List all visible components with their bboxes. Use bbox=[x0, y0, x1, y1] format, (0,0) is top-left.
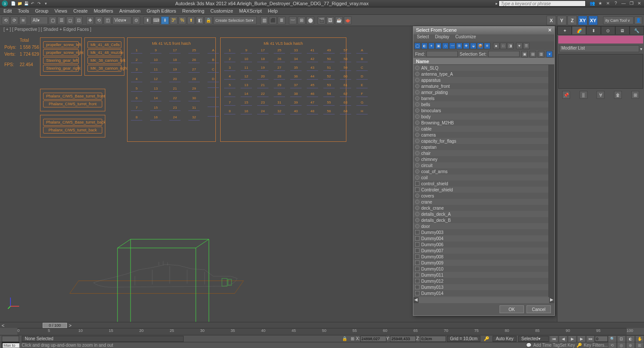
vls-cell[interactable]: 25 bbox=[188, 48, 200, 54]
curve-editor-icon[interactable]: 〰 bbox=[289, 17, 297, 24]
z-coord-input[interactable] bbox=[420, 336, 446, 342]
select-all-icon[interactable]: ■ bbox=[493, 43, 500, 49]
vls-cell[interactable]: 26 bbox=[188, 58, 200, 63]
keyboard-shortcut-icon[interactable]: ⌨ bbox=[152, 17, 160, 24]
menu-help[interactable]: Help bbox=[268, 8, 278, 13]
vls-cell[interactable]: 58 bbox=[340, 57, 351, 62]
axis-x-button[interactable]: X bbox=[547, 16, 556, 25]
menu-rendering[interactable]: Rendering bbox=[182, 8, 205, 13]
render-setup-icon[interactable]: 🎬 bbox=[318, 17, 325, 24]
vls-cell[interactable]: 9 bbox=[150, 48, 161, 54]
scene-item[interactable]: bells bbox=[413, 101, 548, 107]
vls-cell[interactable]: H bbox=[356, 109, 368, 114]
next-frame-icon[interactable]: ▶ bbox=[577, 335, 586, 342]
scene-item[interactable]: binoculars bbox=[413, 107, 548, 114]
infocenter-icon[interactable]: 👥 bbox=[589, 1, 595, 6]
menu-customize[interactable]: Customize bbox=[211, 8, 233, 13]
vls-cell[interactable]: 57 bbox=[340, 48, 351, 54]
nav-roll-icon[interactable]: ⊕ bbox=[626, 342, 635, 348]
vls-cell[interactable]: A bbox=[356, 48, 368, 54]
menu-maxscript[interactable]: MAXScript bbox=[239, 8, 262, 13]
selection-set-input[interactable] bbox=[488, 51, 520, 57]
goto-end-icon[interactable]: ⏭ bbox=[586, 335, 595, 342]
vls-cell[interactable]: 45 bbox=[307, 83, 318, 88]
utilities-tab-icon[interactable]: 🔧 bbox=[630, 26, 644, 35]
menu-tools[interactable]: Tools bbox=[18, 8, 29, 13]
vls-cell[interactable]: 2 bbox=[224, 57, 235, 62]
scene-item[interactable]: capacity_for_flags bbox=[413, 138, 548, 144]
scene-item[interactable]: chair bbox=[413, 150, 548, 156]
scene-item[interactable]: door bbox=[413, 223, 548, 229]
filter-xref-icon[interactable]: ✚ bbox=[463, 43, 470, 49]
vls-cell[interactable]: 4 bbox=[131, 77, 142, 82]
remove-mod-icon[interactable]: 🗑 bbox=[614, 91, 622, 99]
selected-dropdown[interactable]: Selected ▾ bbox=[518, 336, 549, 342]
vls-cell[interactable]: 53 bbox=[323, 83, 335, 88]
vls-cell[interactable]: 33 bbox=[290, 48, 302, 54]
qat-redo-icon[interactable]: ↷ bbox=[37, 1, 42, 6]
rig-button[interactable]: propeller_screw_right bbox=[43, 49, 79, 56]
selset-btn2[interactable]: ▤ bbox=[530, 51, 536, 57]
vls-cell[interactable]: 21 bbox=[257, 83, 268, 88]
vls-cell[interactable]: 15 bbox=[150, 106, 161, 111]
snap-toggle-icon[interactable]: ⬇ bbox=[161, 17, 169, 24]
scene-item[interactable]: apparatus bbox=[413, 77, 548, 83]
vls-cell[interactable]: 4 bbox=[224, 74, 235, 80]
rig-button[interactable]: Phalanx_CIWS_turret_back bbox=[43, 127, 102, 134]
dialog-menu-customize[interactable]: Customize bbox=[456, 34, 476, 41]
rig-button[interactable]: Mk_41_48_muzzle bbox=[87, 49, 121, 56]
dialog-menu-display[interactable]: Display bbox=[435, 34, 449, 41]
scene-item[interactable]: circuit bbox=[413, 162, 548, 168]
named-selection-dropdown[interactable]: Create Selection Set▾ bbox=[213, 17, 257, 24]
filter-frozen-icon[interactable]: ❄ bbox=[484, 43, 490, 49]
filter-container-icon[interactable]: 📦 bbox=[477, 43, 483, 49]
scene-item[interactable]: antenna_type_A bbox=[413, 71, 548, 77]
vls-cell[interactable]: 10 bbox=[241, 57, 252, 62]
scene-item[interactable]: Dummy010 bbox=[413, 266, 548, 272]
scene-item[interactable]: details_deck_A bbox=[413, 211, 548, 217]
edit-selection-icon[interactable]: ◧ bbox=[196, 17, 204, 24]
vls-cell[interactable]: 2 bbox=[131, 58, 142, 63]
vls-cell[interactable]: 17 bbox=[257, 48, 268, 54]
vls-cell[interactable]: 6 bbox=[131, 96, 142, 101]
rotate-icon[interactable]: ⟲ bbox=[95, 17, 103, 24]
scene-item[interactable]: Dummy007 bbox=[413, 248, 548, 254]
qat-undo-icon[interactable]: ↶ bbox=[30, 1, 35, 6]
axis-xy2-button[interactable]: XY bbox=[588, 16, 598, 25]
scene-item[interactable]: Dummy013 bbox=[413, 284, 548, 290]
vls-cell[interactable]: 16 bbox=[150, 115, 161, 120]
material-editor-icon[interactable]: ⬤ bbox=[306, 17, 314, 24]
scene-item[interactable]: coat_of_arms bbox=[413, 168, 548, 174]
vls-cell[interactable]: 41 bbox=[307, 48, 318, 54]
vls-cell[interactable]: 28 bbox=[188, 77, 200, 82]
vls-cell[interactable]: 19 bbox=[257, 66, 268, 71]
vls-cell[interactable]: 51 bbox=[323, 66, 335, 71]
vls-cell[interactable]: 36 bbox=[290, 74, 302, 80]
nav-zoom-icon[interactable]: 🔍 bbox=[608, 335, 617, 342]
menu-edit[interactable]: Edit bbox=[3, 8, 12, 13]
vls-cell[interactable]: 39 bbox=[290, 100, 302, 106]
motion-tab-icon[interactable]: ⊙ bbox=[601, 26, 615, 35]
schematic-icon[interactable]: ⊞ bbox=[298, 17, 305, 24]
nav-dolly-icon[interactable]: ◎ bbox=[617, 342, 626, 348]
vls-cell[interactable]: 14 bbox=[150, 96, 161, 101]
scene-item[interactable]: deck_crane bbox=[413, 205, 548, 211]
key-icon[interactable]: 🔑 bbox=[577, 343, 582, 348]
vls-cell[interactable]: 61 bbox=[340, 83, 351, 88]
vls-cell[interactable]: D bbox=[356, 74, 368, 80]
rig-button[interactable]: Steering_gear_left bbox=[43, 57, 79, 64]
vls-cell[interactable]: 40 bbox=[290, 109, 302, 114]
vls-cell[interactable]: D bbox=[208, 77, 219, 82]
configure-icon[interactable]: ⊞ bbox=[631, 91, 639, 99]
vls-cell[interactable]: C bbox=[356, 66, 368, 71]
add-time-tag[interactable]: Add Time Tag bbox=[533, 343, 560, 348]
vls-cell[interactable]: 8 bbox=[224, 109, 235, 114]
scene-item[interactable]: chimney bbox=[413, 156, 548, 162]
find-input[interactable] bbox=[426, 51, 458, 57]
create-tab-icon[interactable]: ✦ bbox=[557, 26, 572, 35]
vls-cell[interactable]: 15 bbox=[241, 100, 252, 106]
vls-cell[interactable]: 18 bbox=[169, 58, 181, 63]
vls-cell[interactable]: C bbox=[208, 67, 219, 73]
scene-item[interactable]: barrels bbox=[413, 95, 548, 101]
nav-zoomall-icon[interactable]: ⊡ bbox=[617, 335, 626, 342]
